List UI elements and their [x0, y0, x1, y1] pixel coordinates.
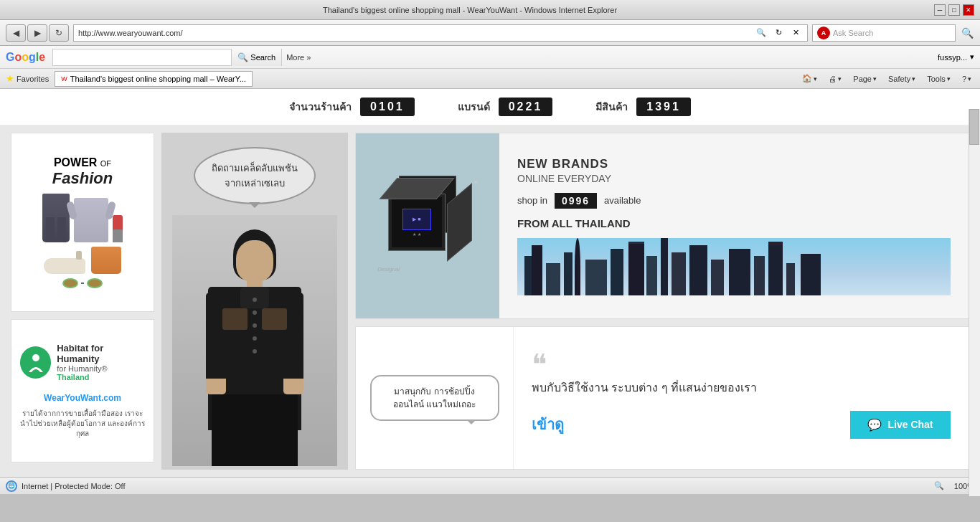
tab-label: Thailand's biggest online shopping mall …: [70, 75, 246, 83]
minimize-button[interactable]: ─: [934, 4, 946, 16]
fashion-text: Fashion: [52, 169, 113, 188]
products-label: มีสินค้า: [595, 99, 628, 115]
refresh-button[interactable]: ↻: [49, 24, 69, 42]
stop-icon[interactable]: ✕: [788, 26, 803, 40]
power-text: Power: [54, 156, 97, 169]
internet-zone-icon: 🌐: [6, 480, 17, 492]
back-button[interactable]: ◀: [6, 24, 26, 42]
habitat-logo: Habitat for Humanity for Humanity® Thail…: [20, 343, 145, 381]
page-menu[interactable]: Page: [850, 73, 880, 85]
address-bar: ◀ ▶ ↻ http://www.wearyouwant.com/ 🔍 ↻ ✕ …: [0, 20, 980, 46]
help-right: ❝ พบกับวิธีใช้งาน ระบบต่าง ๆ ที่แสนง่ายข…: [514, 327, 969, 469]
shop-in-text: shop in: [517, 195, 547, 206]
google-search-button[interactable]: 🔍 Search: [231, 49, 281, 66]
tools-menu[interactable]: Tools: [924, 73, 953, 85]
scrollbar[interactable]: [969, 109, 980, 496]
website: จำนวนร้านค้า 0101 แบรนด์ 0221 มีสินค้า 1…: [0, 89, 980, 477]
main-grid: Power of Fashion: [0, 125, 980, 477]
star-icon: ★: [6, 73, 14, 84]
power-label: Power of: [52, 156, 113, 169]
chat-icon: 💬: [867, 418, 882, 432]
close-button[interactable]: ✕: [963, 4, 974, 16]
help-left: มาสนุกกับ การช้อปปิ้งออนไลน์ แนวใหม่เถอะ: [356, 327, 514, 469]
scrollbar-thumb[interactable]: [969, 109, 979, 145]
brands-info: NEW BRANDS ONLINE EVERYDAY shop in 0996 …: [499, 133, 969, 318]
habitat-country: Thailand: [57, 373, 145, 381]
brands-label: แบรนด์: [458, 99, 490, 115]
left-column: Power of Fashion: [11, 133, 154, 470]
refresh-icon[interactable]: ↻: [771, 26, 786, 40]
favorites-label: Favorites: [17, 75, 49, 83]
stores-value: 0101: [360, 98, 415, 116]
quote-open-icon: ❝: [532, 357, 547, 371]
brands-value: 0221: [499, 98, 553, 116]
url-bar[interactable]: http://www.wearyouwant.com/ 🔍 ↻ ✕: [73, 24, 808, 42]
help-section: มาสนุกกับ การช้อปปิ้งออนไลน์ แนวใหม่เถอะ…: [355, 326, 969, 470]
stat-brands: แบรนด์ 0221: [458, 98, 553, 116]
toolbar-icons: 🏠 🖨 Page Safety Tools ?: [799, 72, 974, 85]
cube-visual: ▶ ■ ★ ★ Desigual: [367, 165, 489, 287]
pants-item: [42, 194, 70, 242]
google-toolbar: Google 🔍 Search More » fussyp... ▾: [0, 46, 980, 69]
more-button[interactable]: More »: [286, 53, 311, 62]
shop-count: 0996: [555, 193, 597, 209]
habitat-text: Habitat for Humanity for Humanity® Thail…: [57, 343, 145, 381]
help-title: พบกับวิธีใช้งาน ระบบต่าง ๆ ที่แสนง่ายของ…: [532, 380, 951, 396]
of-text: of: [100, 159, 111, 168]
wear-desc: รายได้จากการขายเสื้อผ้ามือสอง เราจะนำไปช…: [20, 409, 145, 439]
speech-text: ถิดถามเคล็ดลับแพช้น จากเหล่าเซเลบ: [206, 161, 303, 191]
stats-bar: จำนวนร้านค้า 0101 แบรนด์ 0221 มีสินค้า 1…: [0, 89, 980, 125]
nav-buttons: ◀ ▶ ↻: [6, 24, 69, 42]
sunglasses-item: [62, 278, 103, 288]
print-button[interactable]: 🖨: [826, 73, 844, 85]
search-button[interactable]: 🔍: [960, 26, 974, 40]
center-column: ถิดถามเคล็ดลับแพช้น จากเหล่าเซเลบ: [161, 133, 348, 470]
search-icon[interactable]: 🔍: [754, 26, 768, 40]
title-bar: Thailand's biggest online shopping mall …: [0, 0, 980, 20]
brands-banner[interactable]: ▶ ■ ★ ★ Desigual: [355, 133, 969, 319]
browser-content: จำนวนร้านค้า 0101 แบรนด์ 0221 มีสินค้า 1…: [0, 89, 980, 477]
google-search-bar[interactable]: 🔍 Search: [52, 49, 282, 66]
status-bar: 🌐 Internet | Protected Mode: Off 🔍 100%: [0, 477, 980, 494]
tab-favicon-icon: W: [61, 75, 67, 82]
city-skyline: [517, 238, 951, 295]
browser-tab[interactable]: W Thailand's biggest online shopping mal…: [55, 71, 253, 87]
google-logo: Google: [6, 51, 45, 64]
brands-visual: ▶ ■ ★ ★ Desigual: [356, 133, 499, 318]
live-chat-button[interactable]: 💬 Live Chat: [850, 411, 951, 439]
home-button[interactable]: 🏠: [799, 72, 820, 85]
chat-bubble: มาสนุกกับ การช้อปปิ้งออนไลน์ แนวใหม่เถอะ: [370, 375, 499, 421]
status-text: Internet | Protected Mode: Off: [22, 482, 126, 490]
url-icons: 🔍 ↻ ✕: [754, 26, 803, 40]
model-figure: [172, 215, 337, 466]
products-value: 1391: [636, 98, 691, 116]
username-label: fussyp...: [938, 53, 967, 62]
stores-label: จำนวนร้านค้า: [289, 99, 352, 115]
enter-button[interactable]: เข้าดู: [532, 413, 564, 436]
safety-menu[interactable]: Safety: [885, 73, 918, 85]
ask-icon: A: [817, 27, 830, 39]
shoe-item: [44, 258, 85, 274]
window-controls[interactable]: ─ □ ✕: [934, 4, 974, 16]
toolbar-right: fussyp... ▾: [938, 52, 974, 62]
shorts-item: [91, 247, 121, 274]
favorites-button[interactable]: ★ Favorites: [6, 73, 49, 84]
habitat-banner[interactable]: Habitat for Humanity for Humanity® Thail…: [11, 319, 154, 462]
google-search-input[interactable]: [53, 52, 231, 62]
new-brands-title: NEW BRANDS ONLINE EVERYDAY: [517, 157, 951, 184]
habitat-icon: [20, 346, 51, 379]
live-chat-label: Live Chat: [887, 419, 933, 430]
maximize-button[interactable]: □: [948, 4, 960, 16]
right-column: ▶ ■ ★ ★ Desigual: [355, 133, 969, 470]
help-button[interactable]: ?: [959, 73, 974, 85]
forward-button[interactable]: ▶: [27, 24, 47, 42]
shirt-item: [74, 198, 108, 242]
ask-search-bar[interactable]: A Ask Search: [812, 24, 956, 42]
wear-url[interactable]: WearYouWant.com: [44, 393, 121, 403]
new-brands-line2: ONLINE EVERYDAY: [517, 173, 951, 184]
speech-bubble: ถิดถามเคล็ดลับแพช้น จากเหล่าเซเลบ: [194, 147, 316, 204]
chat-bubble-text: มาสนุกกับ การช้อปปิ้งออนไลน์ แนวใหม่เถอะ: [393, 386, 476, 409]
fashion-expert-banner[interactable]: ถิดถามเคล็ดลับแพช้น จากเหล่าเซเลบ: [161, 133, 348, 470]
new-brands-line1: NEW BRANDS: [517, 157, 951, 171]
fashion-banner[interactable]: Power of Fashion: [11, 133, 154, 312]
